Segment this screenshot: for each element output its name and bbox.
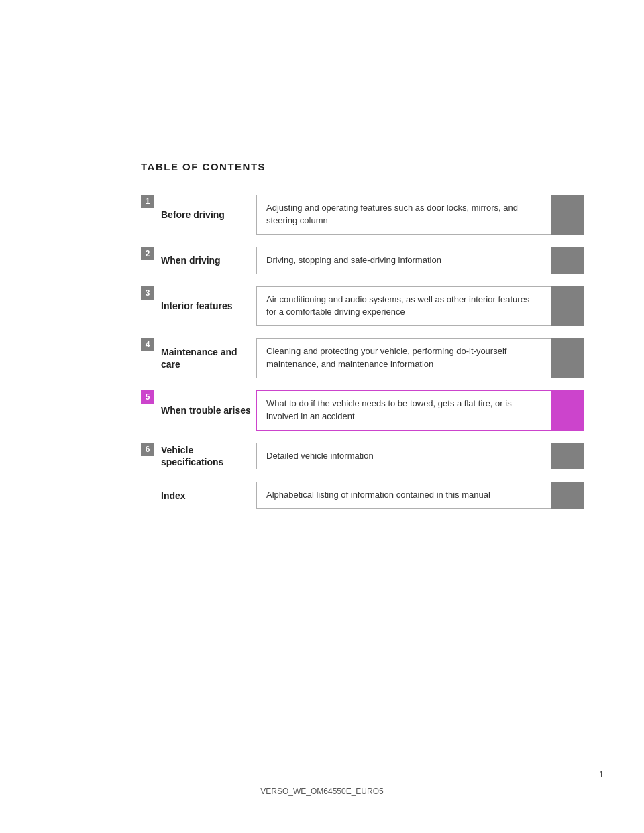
- right-swatch-maintenance-care: [551, 338, 584, 378]
- toc-row-when-driving[interactable]: 2 When driving Driving, stopping and saf…: [141, 247, 584, 274]
- row-body-when-driving: When driving Driving, stopping and safe-…: [157, 247, 584, 274]
- right-swatch-interior-features: [551, 286, 584, 327]
- section-desc-vehicle-specifications: Detailed vehicle information: [256, 443, 551, 470]
- section-number-when-trouble-arises: 5: [141, 390, 154, 404]
- right-swatch-index: [551, 482, 584, 509]
- section-desc-when-trouble-arises: What to do if the vehicle needs to be to…: [256, 390, 551, 431]
- toc-row-index[interactable]: Index Alphabetical listing of informatio…: [141, 482, 584, 509]
- right-swatch-when-trouble-arises: [551, 390, 584, 431]
- toc-container: 1 Before driving Adjusting and operating…: [141, 195, 584, 521]
- row-body-interior-features: Interior features Air conditioning and a…: [157, 286, 584, 327]
- footer-text: VERSO_WE_OM64550E_EURO5: [260, 787, 383, 796]
- left-num-maintenance-care: 4: [141, 338, 157, 378]
- section-label-vehicle-specifications: Vehicle specifications: [157, 443, 256, 470]
- section-desc-before-driving: Adjusting and operating features such as…: [256, 195, 551, 235]
- row-body-index: Index Alphabetical listing of informatio…: [157, 482, 584, 509]
- row-body-maintenance-care: Maintenance and care Cleaning and protec…: [157, 338, 584, 378]
- left-num-index: [141, 482, 157, 509]
- right-swatch-when-driving: [551, 247, 584, 274]
- left-num-interior-features: 3: [141, 286, 157, 327]
- section-label-before-driving: Before driving: [157, 195, 256, 235]
- section-number-before-driving: 1: [141, 195, 154, 208]
- right-swatch-vehicle-specifications: [551, 443, 584, 470]
- right-swatch-before-driving: [551, 195, 584, 235]
- page-title: TABLE OF CONTENTS: [141, 161, 266, 172]
- toc-row-before-driving[interactable]: 1 Before driving Adjusting and operating…: [141, 195, 584, 235]
- left-num-vehicle-specifications: 6: [141, 443, 157, 470]
- left-num-when-trouble-arises: 5: [141, 390, 157, 431]
- toc-row-vehicle-specifications[interactable]: 6 Vehicle specifications Detailed vehicl…: [141, 443, 584, 470]
- row-body-before-driving: Before driving Adjusting and operating f…: [157, 195, 584, 235]
- section-label-when-driving: When driving: [157, 247, 256, 274]
- section-desc-maintenance-care: Cleaning and protecting your vehicle, pe…: [256, 338, 551, 378]
- row-body-when-trouble-arises: When trouble arises What to do if the ve…: [157, 390, 584, 431]
- toc-row-when-trouble-arises[interactable]: 5 When trouble arises What to do if the …: [141, 390, 584, 431]
- page-number: 1: [599, 769, 604, 779]
- section-number-maintenance-care: 4: [141, 338, 154, 351]
- section-label-interior-features: Interior features: [157, 286, 256, 327]
- left-num-before-driving: 1: [141, 195, 157, 235]
- section-desc-when-driving: Driving, stopping and safe-driving infor…: [256, 247, 551, 274]
- section-label-index: Index: [157, 482, 256, 509]
- section-label-when-trouble-arises: When trouble arises: [157, 390, 256, 431]
- section-desc-interior-features: Air conditioning and audio systems, as w…: [256, 286, 551, 327]
- row-body-vehicle-specifications: Vehicle specifications Detailed vehicle …: [157, 443, 584, 470]
- section-label-maintenance-care: Maintenance and care: [157, 338, 256, 378]
- section-number-when-driving: 2: [141, 247, 154, 260]
- section-number-vehicle-specifications: 6: [141, 443, 154, 456]
- section-number-interior-features: 3: [141, 286, 154, 300]
- toc-row-maintenance-care[interactable]: 4 Maintenance and care Cleaning and prot…: [141, 338, 584, 378]
- section-desc-index: Alphabetical listing of information cont…: [256, 482, 551, 509]
- toc-row-interior-features[interactable]: 3 Interior features Air conditioning and…: [141, 286, 584, 327]
- left-num-when-driving: 2: [141, 247, 157, 274]
